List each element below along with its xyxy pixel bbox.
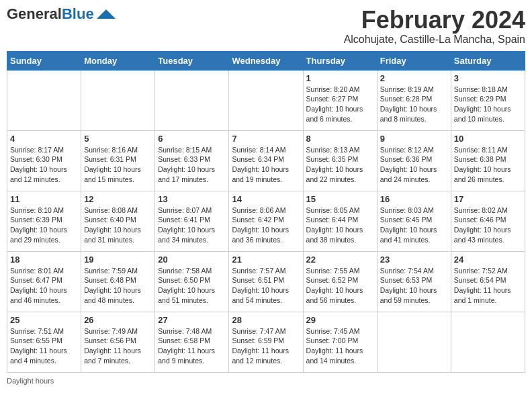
day-info: Sunrise: 8:07 AM Sunset: 6:41 PM Dayligh…: [158, 205, 226, 245]
day-number: 27: [158, 315, 226, 325]
calendar-table: SundayMondayTuesdayWednesdayThursdayFrid…: [7, 51, 525, 373]
daylight-label: Daylight hours: [7, 377, 54, 385]
calendar-cell: 23Sunrise: 7:54 AM Sunset: 6:53 PM Dayli…: [377, 251, 451, 312]
calendar-week-row: 18Sunrise: 8:01 AM Sunset: 6:47 PM Dayli…: [7, 251, 525, 312]
calendar-cell: [81, 70, 155, 130]
calendar-header-monday: Monday: [81, 51, 155, 70]
calendar-cell: 11Sunrise: 8:10 AM Sunset: 6:39 PM Dayli…: [7, 191, 81, 251]
calendar-header-wednesday: Wednesday: [229, 51, 303, 70]
calendar-cell: 25Sunrise: 7:51 AM Sunset: 6:55 PM Dayli…: [7, 312, 81, 372]
day-info: Sunrise: 8:10 AM Sunset: 6:39 PM Dayligh…: [10, 205, 78, 245]
day-number: 21: [232, 255, 300, 265]
calendar-cell: 21Sunrise: 7:57 AM Sunset: 6:51 PM Dayli…: [229, 251, 303, 312]
calendar-cell: 18Sunrise: 8:01 AM Sunset: 6:47 PM Dayli…: [7, 251, 81, 312]
calendar-cell: [7, 70, 81, 130]
calendar-header-thursday: Thursday: [303, 51, 377, 70]
month-year-title: February 2024: [344, 7, 525, 34]
day-number: 14: [232, 194, 300, 204]
calendar-cell: 29Sunrise: 7:45 AM Sunset: 7:00 PM Dayli…: [303, 312, 377, 372]
day-info: Sunrise: 8:20 AM Sunset: 6:27 PM Dayligh…: [306, 85, 374, 124]
day-info: Sunrise: 8:12 AM Sunset: 6:36 PM Dayligh…: [380, 145, 448, 185]
day-info: Sunrise: 8:02 AM Sunset: 6:46 PM Dayligh…: [454, 205, 522, 245]
day-number: 17: [454, 194, 522, 204]
calendar-cell: 2Sunrise: 8:19 AM Sunset: 6:28 PM Daylig…: [377, 70, 451, 130]
day-info: Sunrise: 8:03 AM Sunset: 6:45 PM Dayligh…: [380, 205, 448, 245]
day-info: Sunrise: 8:14 AM Sunset: 6:34 PM Dayligh…: [232, 145, 300, 185]
title-section: February 2024 Alcohujate, Castille-La Ma…: [344, 7, 525, 46]
calendar-week-row: 11Sunrise: 8:10 AM Sunset: 6:39 PM Dayli…: [7, 191, 525, 251]
day-number: 5: [84, 134, 152, 144]
calendar-header-friday: Friday: [377, 51, 451, 70]
calendar-header-tuesday: Tuesday: [155, 51, 229, 70]
calendar-cell: 8Sunrise: 8:13 AM Sunset: 6:35 PM Daylig…: [303, 130, 377, 191]
day-number: 16: [380, 194, 448, 204]
day-info: Sunrise: 8:15 AM Sunset: 6:33 PM Dayligh…: [158, 145, 226, 185]
day-info: Sunrise: 7:49 AM Sunset: 6:56 PM Dayligh…: [84, 326, 152, 366]
calendar-cell: 6Sunrise: 8:15 AM Sunset: 6:33 PM Daylig…: [155, 130, 229, 191]
calendar-cell: 12Sunrise: 8:08 AM Sunset: 6:40 PM Dayli…: [81, 191, 155, 251]
calendar-cell: 5Sunrise: 8:16 AM Sunset: 6:31 PM Daylig…: [81, 130, 155, 191]
day-info: Sunrise: 8:05 AM Sunset: 6:44 PM Dayligh…: [306, 205, 374, 245]
day-number: 19: [84, 255, 152, 265]
day-number: 13: [158, 194, 226, 204]
day-number: 9: [380, 134, 448, 144]
calendar-cell: 28Sunrise: 7:47 AM Sunset: 6:59 PM Dayli…: [229, 312, 303, 372]
day-info: Sunrise: 7:48 AM Sunset: 6:58 PM Dayligh…: [158, 326, 226, 366]
day-number: 10: [454, 134, 522, 144]
calendar-week-row: 25Sunrise: 7:51 AM Sunset: 6:55 PM Dayli…: [7, 312, 525, 372]
calendar-cell: 1Sunrise: 8:20 AM Sunset: 6:27 PM Daylig…: [303, 70, 377, 130]
day-number: 24: [454, 255, 522, 265]
calendar-cell: 19Sunrise: 7:59 AM Sunset: 6:48 PM Dayli…: [81, 251, 155, 312]
day-number: 15: [306, 194, 374, 204]
day-number: 26: [84, 315, 152, 325]
logo-blue: Blue: [62, 5, 94, 22]
calendar-cell: 7Sunrise: 8:14 AM Sunset: 6:34 PM Daylig…: [229, 130, 303, 191]
day-info: Sunrise: 8:17 AM Sunset: 6:30 PM Dayligh…: [10, 145, 78, 185]
day-number: 25: [10, 315, 78, 325]
calendar-week-row: 4Sunrise: 8:17 AM Sunset: 6:30 PM Daylig…: [7, 130, 525, 191]
day-number: 20: [158, 255, 226, 265]
calendar-cell: 9Sunrise: 8:12 AM Sunset: 6:36 PM Daylig…: [377, 130, 451, 191]
day-info: Sunrise: 7:58 AM Sunset: 6:50 PM Dayligh…: [158, 266, 226, 306]
logo: GeneralBlue: [7, 7, 116, 21]
calendar-cell: [229, 70, 303, 130]
calendar-cell: 17Sunrise: 8:02 AM Sunset: 6:46 PM Dayli…: [451, 191, 525, 251]
day-info: Sunrise: 7:54 AM Sunset: 6:53 PM Dayligh…: [380, 266, 448, 306]
location-subtitle: Alcohujate, Castille-La Mancha, Spain: [344, 34, 525, 46]
calendar-cell: 10Sunrise: 8:11 AM Sunset: 6:38 PM Dayli…: [451, 130, 525, 191]
day-info: Sunrise: 8:18 AM Sunset: 6:29 PM Dayligh…: [454, 85, 522, 124]
day-info: Sunrise: 8:13 AM Sunset: 6:35 PM Dayligh…: [306, 145, 374, 185]
page-header: GeneralBlue February 2024 Alcohujate, Ca…: [7, 7, 525, 46]
day-info: Sunrise: 7:47 AM Sunset: 6:59 PM Dayligh…: [232, 326, 300, 366]
day-info: Sunrise: 7:57 AM Sunset: 6:51 PM Dayligh…: [232, 266, 300, 306]
calendar-cell: 20Sunrise: 7:58 AM Sunset: 6:50 PM Dayli…: [155, 251, 229, 312]
day-number: 23: [380, 255, 448, 265]
day-info: Sunrise: 8:01 AM Sunset: 6:47 PM Dayligh…: [10, 266, 78, 306]
day-number: 8: [306, 134, 374, 144]
calendar-cell: [377, 312, 451, 372]
logo-general: General: [7, 5, 62, 22]
calendar-cell: [451, 312, 525, 372]
day-info: Sunrise: 8:16 AM Sunset: 6:31 PM Dayligh…: [84, 145, 152, 185]
day-number: 18: [10, 255, 78, 265]
calendar-cell: 16Sunrise: 8:03 AM Sunset: 6:45 PM Dayli…: [377, 191, 451, 251]
calendar-cell: 22Sunrise: 7:55 AM Sunset: 6:52 PM Dayli…: [303, 251, 377, 312]
day-number: 4: [10, 134, 78, 144]
calendar-header-row: SundayMondayTuesdayWednesdayThursdayFrid…: [7, 51, 525, 70]
day-info: Sunrise: 7:59 AM Sunset: 6:48 PM Dayligh…: [84, 266, 152, 306]
calendar-cell: 3Sunrise: 8:18 AM Sunset: 6:29 PM Daylig…: [451, 70, 525, 130]
calendar-cell: 13Sunrise: 8:07 AM Sunset: 6:41 PM Dayli…: [155, 191, 229, 251]
day-number: 7: [232, 134, 300, 144]
calendar-cell: 27Sunrise: 7:48 AM Sunset: 6:58 PM Dayli…: [155, 312, 229, 372]
calendar-cell: [155, 70, 229, 130]
day-number: 6: [158, 134, 226, 144]
day-info: Sunrise: 8:06 AM Sunset: 6:42 PM Dayligh…: [232, 205, 300, 245]
calendar-cell: 14Sunrise: 8:06 AM Sunset: 6:42 PM Dayli…: [229, 191, 303, 251]
calendar-cell: 15Sunrise: 8:05 AM Sunset: 6:44 PM Dayli…: [303, 191, 377, 251]
day-info: Sunrise: 7:52 AM Sunset: 6:54 PM Dayligh…: [454, 266, 522, 306]
day-info: Sunrise: 7:51 AM Sunset: 6:55 PM Dayligh…: [10, 326, 78, 366]
day-number: 22: [306, 255, 374, 265]
day-info: Sunrise: 8:08 AM Sunset: 6:40 PM Dayligh…: [84, 205, 152, 245]
calendar-header-sunday: Sunday: [7, 51, 81, 70]
day-number: 12: [84, 194, 152, 204]
